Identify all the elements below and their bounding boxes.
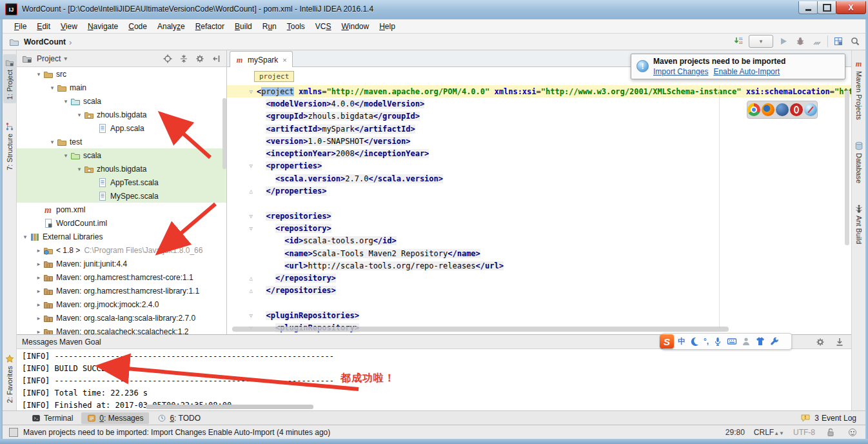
close-button[interactable]: X xyxy=(836,1,866,14)
toolwindow-toggle-icon[interactable] xyxy=(9,428,18,437)
bottom-tab-terminal[interactable]: Terminal xyxy=(26,412,79,424)
chrome-icon[interactable] xyxy=(747,103,760,116)
bottom-tab-0-messages[interactable]: 0: Messages xyxy=(81,412,149,424)
person-icon[interactable] xyxy=(741,336,751,347)
tree-arrow[interactable]: ▸ xyxy=(35,274,43,281)
fullwidth-moon-icon[interactable] xyxy=(689,336,700,347)
tool-tab-2-favorites[interactable]: 2: Favorites xyxy=(3,350,16,407)
close-tab-icon[interactable]: × xyxy=(282,56,286,64)
menu-help[interactable]: Help xyxy=(374,21,400,32)
safari-icon[interactable] xyxy=(804,103,817,116)
encoding-label[interactable]: UTF-8 xyxy=(793,428,815,437)
line-ending-select[interactable]: CRLF▲▼ xyxy=(754,428,784,437)
wrench-icon[interactable] xyxy=(769,336,780,347)
search-everywhere-icon[interactable] xyxy=(849,35,862,48)
menu-vcs[interactable]: VCS xyxy=(310,21,337,32)
menu-run[interactable]: Run xyxy=(257,21,282,32)
skin-icon[interactable] xyxy=(755,336,765,347)
tool-tab-database[interactable]: Database xyxy=(853,137,865,187)
tree-item-apptest.scala[interactable]: AppTest.scala xyxy=(17,176,226,189)
menu-code[interactable]: Code xyxy=(123,21,152,32)
gear-icon[interactable] xyxy=(814,336,827,348)
gear-icon[interactable] xyxy=(193,52,206,65)
menu-window[interactable]: Window xyxy=(336,21,374,32)
tree-item-scala[interactable]: ▾scala xyxy=(17,94,226,108)
fold-marker-icon[interactable]: ▽ xyxy=(227,225,257,232)
tree-item-app.scala[interactable]: App.scala xyxy=(17,121,226,135)
tree-item-maven-org.hamcrest-hamcrest-library-1.1[interactable]: ▸Maven: org.hamcrest:hamcrest-library:1.… xyxy=(17,284,226,298)
tree-item-external-libraries[interactable]: ▾External Libraries xyxy=(17,230,226,243)
tool-tab-ant-build[interactable]: Ant Build xyxy=(853,200,865,248)
tree-arrow[interactable]: ▸ xyxy=(35,328,43,335)
tree-arrow[interactable]: ▾ xyxy=(21,234,29,240)
tree-item-main[interactable]: ▾main xyxy=(17,81,226,94)
menu-build[interactable]: Build xyxy=(230,21,257,32)
tool-tab-1-project[interactable]: 1: Project xyxy=(3,54,16,103)
project-tree-scrollbar[interactable] xyxy=(222,98,226,169)
event-log-widget[interactable]: ! 3 Event Log xyxy=(799,412,856,425)
tree-arrow[interactable]: ▾ xyxy=(48,139,56,145)
menu-refactor[interactable]: Refactor xyxy=(190,21,230,32)
fold-marker-icon[interactable]: ▽ xyxy=(227,213,257,219)
tree-arrow[interactable]: ▸ xyxy=(35,301,43,308)
fold-marker-icon[interactable]: △ xyxy=(227,188,257,194)
tree-item-maven-org.scalacheck-scalacheck-1.2[interactable]: ▸Maven: org.scalacheck:scalacheck:1.2 xyxy=(17,325,226,334)
tree-arrow[interactable]: ▸ xyxy=(35,315,43,321)
fold-marker-icon[interactable]: ▽ xyxy=(227,163,257,169)
breadcrumb-tag-project[interactable]: project xyxy=(254,71,294,82)
debug-button[interactable] xyxy=(794,35,807,48)
fold-marker-icon[interactable]: ▽ xyxy=(227,312,257,319)
collapse-all-icon[interactable] xyxy=(177,52,190,65)
fold-marker-icon[interactable]: △ xyxy=(227,287,257,294)
vcs-update-icon[interactable]: 0110 xyxy=(732,35,745,48)
tree-item-scala[interactable]: ▾scala xyxy=(17,148,226,162)
hide-panel-icon[interactable] xyxy=(210,52,222,65)
tree-arrow[interactable]: ▾ xyxy=(62,98,70,105)
minimize-button[interactable] xyxy=(798,1,818,14)
tree-arrow[interactable]: ▾ xyxy=(48,85,56,91)
run-configuration-select[interactable]: ▾ xyxy=(749,35,773,48)
punctuation-icon[interactable]: °, xyxy=(704,337,709,346)
tree-arrow[interactable]: ▾ xyxy=(75,112,83,118)
tree-item--1.8-[interactable]: ▸< 1.8 >C:\Program Files\Java\jdk1.8.0_6… xyxy=(17,243,226,257)
menu-file[interactable]: File xyxy=(9,21,32,32)
keyboard-icon[interactable] xyxy=(727,336,737,347)
messages-horizontal-scrollbar[interactable] xyxy=(146,405,313,409)
tree-item-zhouls.bigdata[interactable]: ▾zhouls.bigdata xyxy=(17,108,226,121)
firefox-icon[interactable] xyxy=(762,103,774,116)
run-button[interactable] xyxy=(777,35,790,48)
toolwindow-grid-icon[interactable] xyxy=(832,35,845,48)
enable-auto-import-link[interactable]: Enable Auto-Import xyxy=(713,67,780,76)
tree-item-src[interactable]: ▾src xyxy=(17,67,226,81)
menu-navigate[interactable]: Navigate xyxy=(83,21,123,32)
tool-tab-maven-projects[interactable]: mMaven Projects xyxy=(853,56,865,124)
scroll-to-end-icon[interactable] xyxy=(833,336,846,348)
sogou-logo-icon[interactable]: S xyxy=(660,334,674,348)
opera-icon[interactable] xyxy=(790,103,803,116)
tree-item-wordcount.iml[interactable]: WordCount.iml xyxy=(17,216,226,230)
locate-icon[interactable] xyxy=(161,52,174,65)
tree-item-maven-org.scala-lang-scala-library-2.7.0[interactable]: ▸Maven: org.scala-lang:scala-library:2.7… xyxy=(17,311,226,325)
status-message[interactable]: Maven projects need to be imported: Impo… xyxy=(23,428,330,437)
tree-arrow[interactable]: ▾ xyxy=(75,166,83,172)
chevron-down-icon[interactable]: ▾ xyxy=(64,55,67,62)
editor-tab-myspark[interactable]: m mySpark × xyxy=(230,51,293,68)
menu-view[interactable]: View xyxy=(55,21,83,32)
bottom-tab-6-todo[interactable]: 6: TODO xyxy=(152,412,206,424)
tree-arrow[interactable]: ▾ xyxy=(62,152,70,159)
run-with-coverage-button[interactable] xyxy=(811,35,824,48)
fold-marker-icon[interactable]: ▽ xyxy=(227,88,257,95)
tree-arrow[interactable]: ▸ xyxy=(35,261,43,267)
chinese-mode-icon[interactable]: 中 xyxy=(678,336,686,347)
tree-item-test[interactable]: ▾test xyxy=(17,135,226,148)
menu-tools[interactable]: Tools xyxy=(282,21,310,32)
tree-item-zhouls.bigdata[interactable]: ▾zhouls.bigdata xyxy=(17,162,226,176)
fold-marker-icon[interactable]: △ xyxy=(227,275,257,281)
tree-item-myspec.scala[interactable]: MySpec.scala xyxy=(17,189,226,203)
hector-inspector-icon[interactable] xyxy=(846,426,859,439)
import-changes-link[interactable]: Import Changes xyxy=(653,67,708,76)
tree-arrow[interactable]: ▸ xyxy=(35,288,43,294)
project-panel-title[interactable]: Project xyxy=(37,54,61,63)
menu-edit[interactable]: Edit xyxy=(32,21,55,32)
tree-item-maven-org.hamcrest-hamcrest-core-1.1[interactable]: ▸Maven: org.hamcrest:hamcrest-core:1.1 xyxy=(17,270,226,284)
